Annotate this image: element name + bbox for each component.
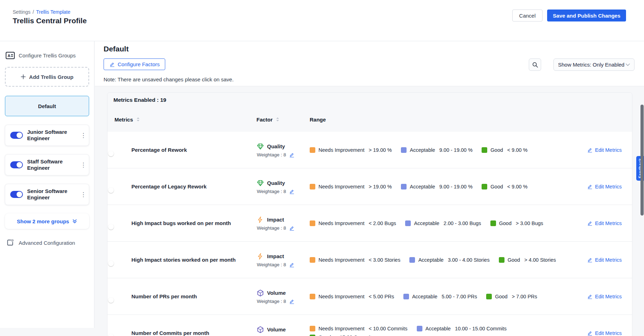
vertical-scrollbar-thumb[interactable] — [640, 105, 644, 216]
range-color-swatch — [403, 294, 409, 299]
range-color-swatch — [409, 257, 415, 263]
search-button[interactable] — [529, 58, 541, 71]
metric-name: Percentage of Rework — [131, 147, 256, 154]
metric-name: Number of PRs per month — [131, 293, 256, 300]
show-metrics-dropdown[interactable]: Show Metrics: Only Enabled — [553, 58, 634, 71]
edit-pencil-icon — [587, 147, 592, 153]
range-label: Needs Improvement — [318, 184, 365, 189]
double-chevron-down-icon — [72, 219, 77, 224]
metric-name: Number of Commits per month — [131, 330, 256, 336]
weightage-edit-button[interactable] — [289, 152, 294, 157]
edit-metrics-link[interactable]: Edit Metrics — [587, 294, 622, 299]
sort-icon[interactable] — [275, 117, 280, 122]
range-color-swatch — [499, 257, 504, 263]
range-cell: Needs Improvement < 3.00 Stories Accepta… — [310, 257, 556, 263]
sidebar-section-header: A Configure Trellis Groups — [0, 41, 94, 59]
edit-pencil-icon — [289, 152, 294, 157]
group-enabled-toggle[interactable] — [10, 132, 23, 139]
range-color-swatch — [401, 147, 407, 153]
kebab-menu-icon[interactable]: ⋮ — [80, 161, 85, 169]
edit-pencil-icon — [587, 294, 592, 299]
metric-name: Percentage of Legacy Rework — [131, 183, 256, 190]
edit-pencil-icon — [289, 189, 294, 194]
edit-metrics-link[interactable]: Edit Metrics — [587, 257, 622, 263]
configure-factors-button[interactable]: Configure Factors — [104, 58, 165, 70]
kebab-menu-icon[interactable]: ⋮ — [80, 191, 85, 198]
edit-pencil-icon — [289, 262, 294, 267]
range-label: Needs Improvement — [318, 294, 365, 299]
range-color-swatch — [482, 147, 487, 153]
group-card[interactable]: Junior Software Engineer ⋮ — [5, 125, 89, 146]
range-value: < 5.00 PRs — [369, 294, 394, 299]
range-segment: Good > 7.00 PRs — [486, 294, 537, 299]
save-and-publish-button[interactable]: Save and Publish Changes — [547, 10, 626, 21]
range-segment: Acceptable 3.00 - 4.00 Stories — [409, 257, 489, 263]
content-area: Metrics Enabled : 19 Metrics Factor Rang… — [95, 86, 644, 336]
weightage-text: Weightage : 8 — [257, 189, 286, 194]
range-segment: Acceptable 9.00 - 19.00 % — [401, 147, 472, 153]
advanced-configuration-link[interactable]: Advanced Configuration — [0, 239, 94, 247]
range-value: < 2.00 Bugs — [369, 220, 396, 226]
range-segment: Acceptable 9.00 - 19.00 % — [401, 184, 472, 189]
edit-metrics-link[interactable]: Edit Metrics — [587, 147, 622, 153]
show-more-groups-button[interactable]: Show 2 more groups — [5, 213, 89, 229]
factor-name: Quality — [267, 143, 285, 149]
group-label: Staff Software Engineer — [27, 158, 76, 172]
breadcrumb-trellis-template[interactable]: Trellis Template — [36, 9, 70, 15]
range-color-swatch — [490, 220, 496, 226]
factor-name: Volume — [267, 290, 286, 296]
breadcrumb: Settings / Trellis Template — [13, 9, 70, 15]
volume-cube-icon — [256, 326, 264, 334]
edit-metrics-label: Edit Metrics — [595, 257, 622, 263]
range-value: 2.00 - 3.00 Bugs — [444, 220, 481, 226]
metric-row: Percentage of Legacy Rework Quality Weig… — [107, 168, 632, 205]
edit-pencil-icon — [587, 330, 592, 336]
range-segment: Needs Improvement > 19.00 % — [310, 147, 392, 153]
weightage-edit-button[interactable] — [289, 262, 294, 267]
range-label: Acceptable — [414, 220, 439, 226]
edit-metrics-link[interactable]: Edit Metrics — [587, 330, 622, 336]
edit-metrics-link[interactable]: Edit Metrics — [587, 220, 622, 226]
cancel-button[interactable]: Cancel — [512, 10, 543, 21]
edit-pencil-icon — [587, 184, 592, 189]
header-actions: Cancel Save and Publish Changes — [512, 10, 626, 21]
range-segment: Needs Improvement < 2.00 Bugs — [310, 220, 396, 226]
weightage-edit-button[interactable] — [289, 189, 294, 194]
edit-pencil-icon — [587, 257, 592, 262]
edit-pencil-icon — [289, 299, 294, 304]
range-segment: Acceptable 2.00 - 3.00 Bugs — [405, 220, 481, 226]
group-enabled-toggle[interactable] — [10, 161, 23, 168]
add-trellis-group-label: Add Trellis Group — [29, 74, 74, 80]
factor-cell: Volume Weightage : 8 — [256, 326, 310, 336]
range-value: < 9.00 % — [507, 147, 528, 153]
range-color-swatch — [310, 184, 315, 189]
range-color-swatch — [310, 294, 315, 299]
group-enabled-toggle[interactable] — [10, 191, 23, 198]
add-trellis-group-button[interactable]: Add Trellis Group — [5, 67, 89, 87]
weightage-edit-button[interactable] — [289, 299, 294, 304]
range-label: Good — [318, 335, 331, 336]
search-icon — [532, 62, 538, 68]
sort-icon[interactable] — [136, 117, 140, 122]
edit-pencil-icon — [289, 225, 294, 231]
range-value: > 19.00 % — [369, 184, 392, 189]
range-segment: Needs Improvement > 19.00 % — [310, 184, 392, 189]
group-card-default[interactable]: Default — [5, 96, 89, 116]
metrics-table-body: Percentage of Rework Quality Weightage :… — [107, 132, 632, 336]
edit-metrics-link[interactable]: Edit Metrics — [587, 184, 622, 189]
range-label: Acceptable — [426, 326, 451, 331]
group-card[interactable]: Senior Software Engineer ⋮ — [5, 184, 89, 205]
kebab-menu-icon[interactable]: ⋮ — [80, 132, 85, 139]
weightage-edit-button[interactable] — [289, 225, 294, 231]
breadcrumb-settings[interactable]: Settings — [13, 9, 31, 15]
volume-cube-icon — [256, 289, 264, 297]
range-label: Good — [499, 220, 512, 226]
factor-name: Impact — [267, 253, 284, 259]
range-value: > 4.00 Stories — [524, 257, 556, 263]
range-label: Acceptable — [412, 294, 438, 299]
range-segment: Needs Improvement < 5.00 PRs — [310, 294, 394, 299]
advanced-configuration-icon — [6, 239, 14, 247]
group-card[interactable]: Staff Software Engineer ⋮ — [5, 154, 89, 175]
range-cell: Needs Improvement < 5.00 PRs Acceptable … — [310, 294, 556, 299]
range-value: > 7.00 PRs — [512, 294, 537, 299]
